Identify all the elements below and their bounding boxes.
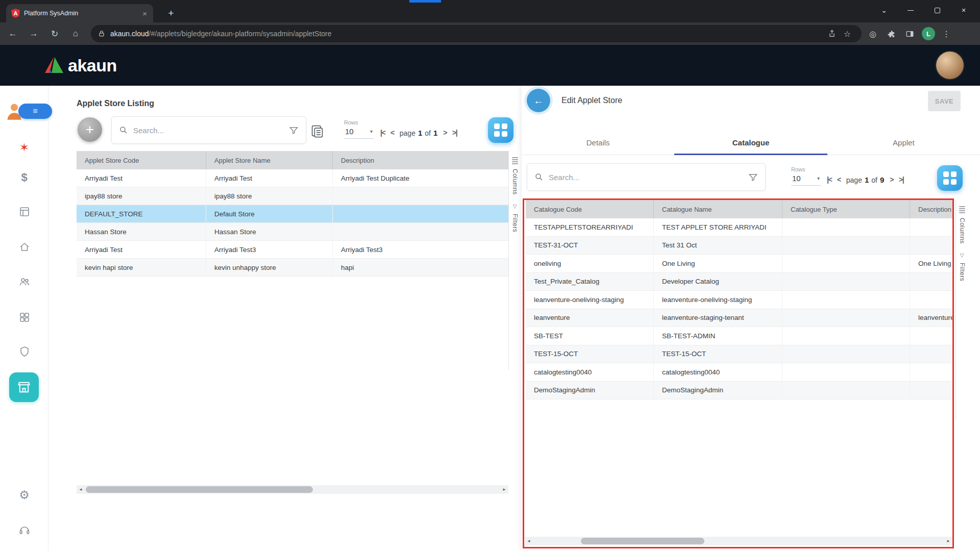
filter-funnel-icon[interactable] <box>748 172 758 182</box>
sidebar-item-user-menu[interactable]: ≡ <box>0 96 56 127</box>
table-row[interactable]: catalogtesting0040catalogtesting0040 <box>526 363 952 382</box>
last-page-button[interactable]: >| <box>452 129 457 137</box>
next-page-button[interactable]: > <box>890 176 893 184</box>
table-row[interactable]: SB-TESTSB-TEST-ADMIN <box>526 327 952 345</box>
address-bar[interactable]: akaun.cloud /#/applets/bigledger/akaun-p… <box>91 25 862 42</box>
table-cell: ipay88 store <box>206 187 333 205</box>
column-header[interactable]: Catalogue Type <box>782 200 910 218</box>
filter-funnel-icon[interactable] <box>289 126 299 135</box>
tab-details[interactable]: Details <box>522 131 674 155</box>
save-button[interactable]: SAVE <box>928 91 961 111</box>
table-row[interactable]: leanventure-oneliving-stagingleanventure… <box>526 291 952 309</box>
left-grid-view-button[interactable] <box>488 117 513 143</box>
table-row[interactable]: TESTAPPLETSTOREARRIYADITEST APPLET STORE… <box>526 218 952 237</box>
tab-catalogue[interactable]: Catalogue <box>674 131 827 155</box>
filters-toggle[interactable]: Filters <box>511 214 519 232</box>
scrollbar-thumb[interactable] <box>86 486 313 493</box>
table-row[interactable]: Arriyadi TestArriyadi TestArriyadi Test … <box>77 169 508 187</box>
column-header[interactable]: Catalogue Name <box>654 200 782 218</box>
copy-list-button[interactable] <box>308 122 326 140</box>
right-rows-per-page[interactable]: Rows 10▾ <box>791 166 824 186</box>
scroll-right-icon[interactable]: ► <box>944 537 952 545</box>
url-host: akaun.cloud <box>110 30 149 38</box>
column-header[interactable]: Description <box>910 200 952 218</box>
right-search-box[interactable] <box>527 163 766 191</box>
sidebar-item-support[interactable] <box>0 516 48 543</box>
table-row[interactable]: DemoStagingAdminDemoStagingAdmin <box>526 382 952 400</box>
share-icon[interactable] <box>828 30 836 38</box>
first-page-button[interactable]: |< <box>827 176 831 184</box>
table-row[interactable]: ipay88 storeipay88 store <box>77 187 508 205</box>
scroll-left-icon[interactable]: ◄ <box>77 485 85 494</box>
column-header[interactable]: Applet Store Name <box>206 151 333 169</box>
menu-kebab-icon[interactable]: ⋮ <box>939 27 953 41</box>
table-row[interactable]: leanventureleanventure-staging-tenantlea… <box>526 309 952 328</box>
next-page-button[interactable]: > <box>443 129 447 137</box>
add-applet-store-button[interactable]: + <box>78 117 102 142</box>
akaun-logo[interactable]: akaun <box>45 56 117 76</box>
table-row[interactable]: Test_Private_CatalogDeveloper Catalog <box>526 273 952 291</box>
target-extension-icon[interactable]: ◎ <box>866 27 880 41</box>
sidebar-item-home[interactable] <box>0 234 48 260</box>
left-horizontal-scrollbar[interactable]: ◄ ► <box>77 485 508 494</box>
sidebar-item-modules[interactable] <box>0 304 48 331</box>
right-search-input[interactable] <box>549 173 748 182</box>
drag-handle-icon[interactable] <box>512 157 518 164</box>
last-page-button[interactable]: >| <box>899 176 903 184</box>
right-horizontal-scrollbar[interactable]: ◄ ► <box>525 537 952 545</box>
maximize-button[interactable] <box>924 0 950 20</box>
table-row[interactable]: TEST-15-OCTTEST-15-OCT <box>526 345 952 364</box>
reload-icon[interactable]: ↻ <box>46 26 63 42</box>
sidebar-item-applet-store[interactable] <box>9 372 39 402</box>
sidebar-item-contacts[interactable] <box>0 268 48 295</box>
menu-toggle-pill[interactable]: ≡ <box>18 104 52 119</box>
back-icon[interactable]: ← <box>5 26 21 42</box>
right-grid-view-button[interactable] <box>937 165 963 191</box>
bookmark-star-icon[interactable]: ☆ <box>840 27 854 41</box>
filters-toggle[interactable]: Filters <box>959 263 966 281</box>
first-page-button[interactable]: |< <box>380 129 385 137</box>
tab-close-icon[interactable]: × <box>141 10 148 17</box>
left-search-box[interactable] <box>111 116 306 144</box>
sidebar-item-applet[interactable]: ✶ <box>0 134 48 161</box>
table-row[interactable]: Hassan StoreHassan Store <box>77 223 508 241</box>
sidebar-item-finance[interactable]: $ <box>0 164 48 191</box>
scrollbar-thumb[interactable] <box>581 538 704 544</box>
user-avatar[interactable] <box>936 52 964 79</box>
table-row[interactable]: kevin hapi storekevin unhappy storehapi <box>77 259 508 277</box>
back-button[interactable]: ← <box>527 89 550 112</box>
columns-toggle[interactable]: Columns <box>511 169 519 195</box>
browser-home-icon[interactable]: ⌂ <box>67 26 84 42</box>
table-cell: Arriyadi Test <box>77 241 206 258</box>
column-header[interactable]: Catalogue Code <box>526 200 654 218</box>
left-rows-per-page[interactable]: Rows 10▾ <box>344 119 377 139</box>
window-close-button[interactable]: × <box>950 0 977 20</box>
table-row[interactable]: TEST-31-OCTTest 31 Oct <box>526 237 952 255</box>
prev-page-button[interactable]: < <box>390 129 394 137</box>
new-tab-button[interactable]: + <box>163 6 179 20</box>
table-cell: Default Store <box>206 205 333 222</box>
column-header[interactable]: Description <box>333 151 508 169</box>
columns-toggle[interactable]: Columns <box>959 218 966 244</box>
scroll-left-icon[interactable]: ◄ <box>525 537 533 545</box>
column-header[interactable]: Applet Store Code <box>77 151 206 169</box>
left-search-input[interactable] <box>133 126 289 135</box>
scroll-right-icon[interactable]: ► <box>500 485 508 494</box>
extensions-puzzle-icon[interactable] <box>884 27 898 41</box>
table-row[interactable]: DEFAULT_STOREDefault Store <box>77 205 508 223</box>
browser-tab[interactable]: A Platform SysAdmin × <box>6 4 153 22</box>
sidebar-item-security[interactable] <box>0 338 48 365</box>
prev-page-button[interactable]: < <box>837 176 841 184</box>
sidebar-item-listing[interactable] <box>0 198 48 225</box>
drag-handle-icon[interactable] <box>959 206 965 213</box>
tab-applet[interactable]: Applet <box>827 131 980 155</box>
side-panel-icon[interactable] <box>902 27 917 41</box>
browser-profile-avatar[interactable]: L <box>922 27 935 40</box>
tab-search-icon[interactable]: ⌄ <box>871 0 897 20</box>
left-table-body: Arriyadi TestArriyadi TestArriyadi Test … <box>77 169 508 277</box>
minimize-button[interactable] <box>897 0 924 20</box>
table-row[interactable]: Arriyadi TestArriyadi Test3Arriyadi Test… <box>77 241 508 259</box>
forward-icon[interactable]: → <box>26 26 42 42</box>
sidebar-item-settings[interactable]: ⚙ <box>0 482 48 508</box>
table-row[interactable]: onelivingOne LivingOne Living <box>526 255 952 273</box>
